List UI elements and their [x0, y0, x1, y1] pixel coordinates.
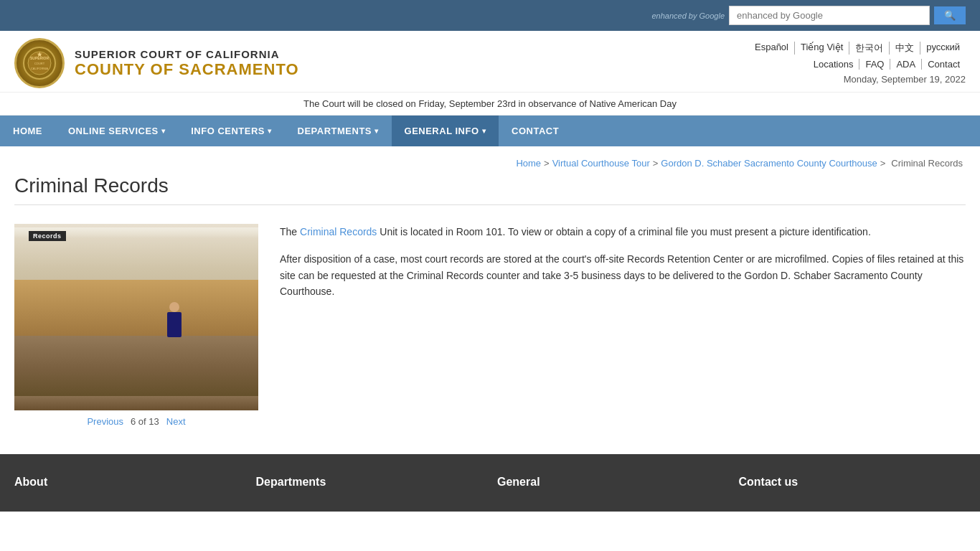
counter-surface	[14, 280, 258, 336]
nav-arrow: ▾	[161, 127, 166, 135]
footer-general-heading: General	[497, 476, 725, 489]
court-title-line2: COUNTY OF SACRAMENTO	[75, 60, 299, 79]
svg-text:CALIFORNIA: CALIFORNIA	[31, 67, 48, 70]
seal-svg: SUPERIOR COURT CALIFORNIA	[22, 45, 57, 81]
footer-col-about: About	[14, 476, 242, 497]
locations-link[interactable]: Locations	[808, 59, 860, 70]
court-title-line1: SUPERIOR COURT OF CALIFORNIA	[75, 48, 299, 60]
breadcrumb-sep1: >	[544, 158, 550, 169]
search-label: enhanced by Google	[651, 11, 725, 20]
lang-es[interactable]: Español	[749, 42, 795, 55]
ada-link[interactable]: ADA	[890, 59, 922, 70]
alert-text: The Court will be closed on Friday, Sept…	[303, 98, 677, 109]
header: SUPERIOR COURT CALIFORNIA SUPERIOR COURT…	[0, 31, 980, 92]
nav-info-centers[interactable]: INFO CENTERS ▾	[178, 116, 284, 146]
lang-vi[interactable]: Tiếng Việt	[795, 42, 849, 55]
top-bar: enhanced by Google 🔍	[0, 0, 980, 31]
image-navigation: Previous 6 of 13 Next	[14, 410, 258, 433]
current-date: Monday, September 19, 2022	[844, 74, 966, 85]
contact-link[interactable]: Contact	[922, 59, 966, 70]
records-sign: Records	[29, 231, 66, 241]
header-right: Español Tiếng Việt 한국어 中文 русский Locati…	[749, 42, 966, 85]
criminal-records-link[interactable]: Criminal Records	[300, 226, 377, 237]
footer: About Departments General Contact us	[0, 454, 980, 512]
footer-col-contact: Contact us	[739, 476, 966, 497]
search-input[interactable]	[729, 6, 930, 25]
court-title-area: SUPERIOR COURT OF CALIFORNIA COUNTY OF S…	[75, 48, 299, 79]
paragraph-1: The Criminal Records Unit is located in …	[280, 224, 966, 240]
nav-arrow: ▾	[268, 127, 272, 135]
footer-columns: About Departments General Contact us	[14, 476, 966, 497]
footer-col-general: General	[497, 476, 725, 497]
breadcrumb-sep3: >	[880, 158, 886, 169]
next-image-link[interactable]: Next	[166, 416, 186, 427]
search-wrapper: enhanced by Google 🔍	[651, 6, 966, 25]
nav-online-services[interactable]: ONLINE SERVICES ▾	[55, 116, 178, 146]
utility-links: Locations FAQ ADA Contact	[808, 59, 966, 70]
footer-contact-heading: Contact us	[739, 476, 966, 489]
nav-general-info[interactable]: GENERAL INFO ▾	[392, 116, 499, 146]
breadcrumb: Home > Virtual Courthouse Tour > Gordon …	[0, 146, 980, 171]
language-bar: Español Tiếng Việt 한국어 中文 русский	[749, 42, 966, 55]
footer-col-departments: Departments	[256, 476, 484, 497]
court-seal: SUPERIOR COURT CALIFORNIA	[14, 38, 65, 88]
person-figure	[164, 302, 185, 345]
breadcrumb-courthouse[interactable]: Gordon D. Schaber Sacramento County Cour…	[661, 158, 877, 169]
footer-departments-heading: Departments	[256, 476, 484, 489]
floor	[14, 396, 258, 410]
lang-ko[interactable]: 한국어	[849, 42, 890, 55]
lang-ru[interactable]: русский	[920, 42, 966, 55]
paragraph-2: After disposition of a case, most court …	[280, 251, 966, 299]
logo-area: SUPERIOR COURT CALIFORNIA SUPERIOR COURT…	[14, 38, 299, 88]
para1-pre: The	[280, 226, 300, 237]
text-section: The Criminal Records Unit is located in …	[280, 224, 966, 311]
footer-about-heading: About	[14, 476, 242, 489]
main-nav: HOME ONLINE SERVICES ▾ INFO CENTERS ▾ DE…	[0, 116, 980, 146]
nav-departments[interactable]: DEPARTMENTS ▾	[285, 116, 392, 146]
nav-arrow: ▾	[482, 127, 486, 135]
nav-contact[interactable]: CONTACT	[499, 116, 572, 146]
svg-text:SUPERIOR: SUPERIOR	[30, 56, 50, 60]
image-count: 6 of 13	[131, 416, 159, 427]
prev-image-link[interactable]: Previous	[87, 416, 123, 427]
search-button[interactable]: 🔍	[934, 6, 966, 24]
breadcrumb-tour[interactable]: Virtual Courthouse Tour	[552, 158, 650, 169]
svg-text:COURT: COURT	[34, 62, 45, 65]
image-section: Records Previous 6 of 13 Next	[14, 224, 258, 433]
nav-home[interactable]: HOME	[0, 116, 55, 146]
lang-zh[interactable]: 中文	[890, 42, 920, 55]
page-title-area: Criminal Records	[0, 171, 980, 217]
records-office-image: Records	[14, 224, 258, 410]
nav-arrow: ▾	[374, 127, 379, 135]
breadcrumb-home[interactable]: Home	[516, 158, 541, 169]
page-title: Criminal Records	[14, 174, 966, 205]
para1-post: Unit is located in Room 101. To view or …	[377, 226, 870, 237]
breadcrumb-sep2: >	[653, 158, 659, 169]
faq-link[interactable]: FAQ	[859, 59, 890, 70]
alert-banner: The Court will be closed on Friday, Sept…	[0, 92, 980, 116]
content-area: Records Previous 6 of 13 Next The Crimin…	[0, 217, 980, 454]
breadcrumb-current: Criminal Records	[891, 158, 963, 169]
